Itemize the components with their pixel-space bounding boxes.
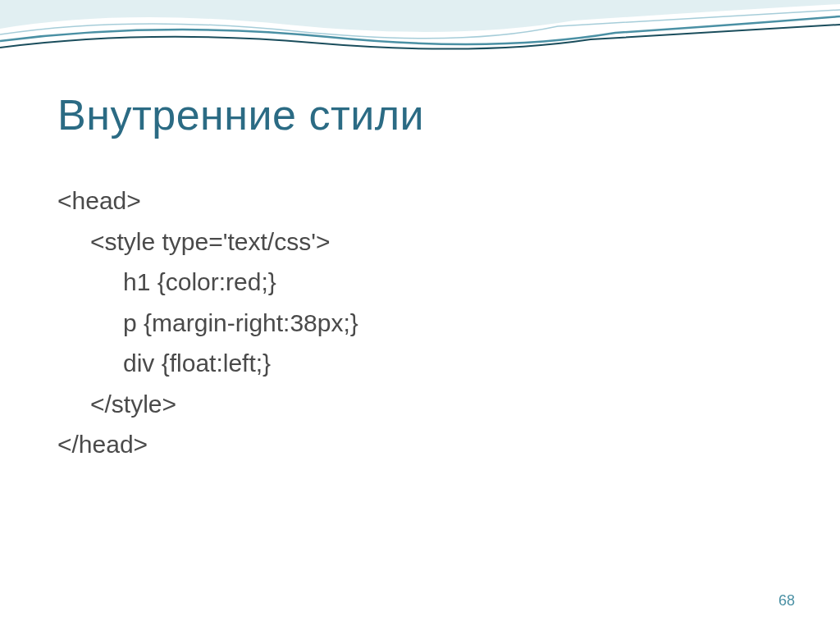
slide-title: Внутренние стили [57, 90, 783, 139]
code-line-p-rule: p {margin-right:38px;} [57, 303, 783, 344]
code-line-div-rule: div {float:left;} [57, 343, 783, 384]
code-line-h1-rule: h1 {color:red;} [57, 262, 783, 303]
code-line-style-close: </style> [57, 384, 783, 425]
code-line-head-close: </head> [57, 424, 783, 465]
page-number: 68 [778, 592, 795, 609]
code-line-style-open: <style type='text/css'> [57, 221, 783, 262]
slide-content: Внутренние стили <head> <style type='tex… [0, 0, 840, 498]
code-line-head-open: <head> [57, 180, 783, 221]
code-block: <head> <style type='text/css'> h1 {color… [57, 180, 783, 465]
